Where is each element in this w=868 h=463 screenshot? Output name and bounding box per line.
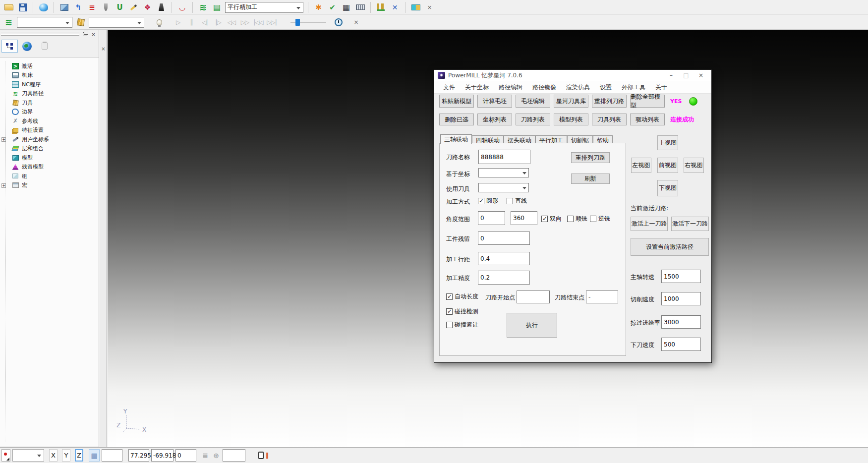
simulate-tool-icon[interactable]: ◡ <box>176 1 188 13</box>
angle-end-input[interactable]: 360 <box>511 211 537 225</box>
view-bottom-button[interactable]: 下视图 <box>657 180 678 196</box>
auto-length-checkbox[interactable] <box>446 293 453 300</box>
cutting-speed-input[interactable]: 1000 <box>661 292 701 305</box>
trash-button[interactable] <box>36 40 53 53</box>
climb-checkbox[interactable] <box>567 216 574 222</box>
tab-3axis[interactable]: 三轴联动 <box>440 134 472 144</box>
pattern-pencil-icon[interactable] <box>128 1 139 13</box>
tree-item-toolpath[interactable]: ≋刀具路径 <box>0 89 99 99</box>
delete-all-models-button[interactable]: 删除全部模型 <box>630 95 665 108</box>
tool-check-icon[interactable]: ✔ <box>327 1 338 13</box>
axis-z-button[interactable]: Z <box>75 449 83 462</box>
tool-holder-icon[interactable] <box>156 1 167 13</box>
circle-checkbox[interactable] <box>478 198 484 204</box>
menu-render-sim[interactable]: 渲染仿真 <box>561 82 595 92</box>
strategy-list-icon[interactable]: ▤ <box>211 1 223 13</box>
menu-path-mirror[interactable]: 路径镜像 <box>527 82 561 92</box>
skip-start-button[interactable]: |◁◁ <box>253 19 264 26</box>
ball-tool-icon[interactable] <box>100 1 112 13</box>
delete-selected-button[interactable]: 删除已选 <box>439 114 474 125</box>
axis-x-button[interactable]: X <box>49 449 58 462</box>
coord-z-input[interactable]: 0 <box>175 449 196 462</box>
tree-item-tools[interactable]: 刀具 <box>0 98 99 108</box>
use-tool-combo[interactable] <box>478 183 529 192</box>
view-right-button[interactable]: 右视图 <box>684 158 704 173</box>
draw-tool-button[interactable] <box>1 449 10 462</box>
tree-item-boundary[interactable]: 边界 <box>0 108 99 117</box>
tool-library-button[interactable]: 星河刀具库 <box>554 95 588 108</box>
toolbar-close-icon[interactable]: × <box>350 16 362 28</box>
slider-handle[interactable] <box>295 19 300 26</box>
expander-icon[interactable]: + <box>1 137 6 142</box>
cross-arrows-icon[interactable]: ✕ <box>389 1 401 13</box>
pause-button[interactable]: ‖ <box>186 19 197 26</box>
calculator-icon[interactable]: ▦ <box>341 1 352 13</box>
tolerance-input[interactable]: 0.2 <box>478 271 530 285</box>
collision-avoid-checkbox[interactable] <box>446 322 453 328</box>
set-active-path-button[interactable]: 设置当前激活路径 <box>631 238 709 256</box>
block-icon[interactable] <box>58 1 70 13</box>
rearrange-button[interactable]: 重排列刀路 <box>571 152 610 163</box>
toolpath-select-combo[interactable] <box>17 17 72 28</box>
collision-check-icon[interactable]: U <box>114 1 125 13</box>
tree-item-group[interactable]: 组 <box>0 172 99 181</box>
toolbar-close-icon[interactable]: × <box>424 1 435 13</box>
view-front-button[interactable]: 前视图 <box>657 158 678 173</box>
tolerance-status-input[interactable] <box>223 449 245 462</box>
status-combo[interactable] <box>12 449 44 462</box>
angle-start-input[interactable]: 0 <box>478 211 505 225</box>
base-coord-combo[interactable] <box>478 168 529 177</box>
clock-icon[interactable] <box>333 16 344 28</box>
tree-item-activate[interactable]: >激活 <box>0 61 99 71</box>
bidirectional-checkbox[interactable] <box>541 216 548 222</box>
strategy-combo[interactable]: 平行精加工 <box>225 2 303 13</box>
stepover-input[interactable]: 0.4 <box>478 252 530 265</box>
coord-list-button[interactable]: 坐标列表 <box>477 114 512 125</box>
view-top-button[interactable]: 上视图 <box>657 135 678 150</box>
tree-item-model[interactable]: 模型 <box>0 153 99 163</box>
circle-checkbox-row[interactable]: 圆形 <box>478 197 498 205</box>
splitter-close-icon[interactable]: × <box>100 46 107 53</box>
ruler-icon[interactable] <box>354 1 366 13</box>
grid-size-input[interactable] <box>102 449 122 462</box>
skip-end-button[interactable]: ▷▷| <box>266 19 277 26</box>
menu-about[interactable]: 关于 <box>650 82 672 92</box>
tree-item-macro[interactable]: +宏 <box>0 181 99 190</box>
model-boxes-icon[interactable] <box>410 1 421 13</box>
speed-slider[interactable] <box>290 17 326 27</box>
activate-prev-button[interactable]: 激活上一刀路 <box>631 217 668 231</box>
panel-splitter[interactable]: × <box>100 30 107 447</box>
close-panel-icon[interactable]: × <box>90 31 97 38</box>
tool-pins-icon[interactable] <box>375 1 387 13</box>
drive-list-button[interactable]: 驱动列表 <box>630 114 665 125</box>
expander-icon[interactable]: + <box>1 183 6 188</box>
tree-item-levels[interactable]: 层和组合 <box>0 144 99 154</box>
tool-star-icon[interactable]: ✱ <box>313 1 324 13</box>
step-forward-button[interactable]: |▷ <box>213 19 224 26</box>
tool-select-combo[interactable] <box>89 17 144 28</box>
rewind-button[interactable]: ◁◁ <box>226 19 237 26</box>
menu-coords[interactable]: 关于坐标 <box>460 82 494 92</box>
execute-button[interactable]: 执行 <box>507 313 557 338</box>
close-button[interactable]: × <box>694 71 707 80</box>
maximize-button[interactable]: □ <box>680 71 693 80</box>
save-icon[interactable] <box>17 1 28 13</box>
xyz-list-icon[interactable]: ≣ <box>201 452 210 460</box>
menu-file[interactable]: 文件 <box>438 82 460 92</box>
menu-settings[interactable]: 设置 <box>595 82 617 92</box>
toolpath-spring-icon[interactable]: ≋ <box>197 1 209 13</box>
spindle-speed-input[interactable]: 1500 <box>661 270 701 283</box>
device-icon[interactable] <box>258 452 264 459</box>
conventional-checkbox[interactable] <box>590 216 596 222</box>
rearrange-toolpath-button[interactable]: 重排列刀路 <box>592 95 627 108</box>
conventional-checkbox-row[interactable]: 逆铣 <box>590 215 610 223</box>
line-checkbox[interactable] <box>507 198 513 204</box>
collision-check-checkbox-row[interactable]: 碰撞检测 <box>446 307 478 316</box>
tree-item-pattern[interactable]: ✗参考线 <box>0 116 99 126</box>
paste-new-model-button[interactable]: 粘贴新模型 <box>439 95 474 108</box>
activate-next-button[interactable]: 激活下一刀路 <box>671 217 709 231</box>
float-panel-icon[interactable] <box>81 31 89 38</box>
stock-input[interactable]: 0 <box>478 232 530 245</box>
tree-item-stock-model[interactable]: 残留模型 <box>0 163 99 172</box>
stock-edit-button[interactable]: 毛坯编辑 <box>516 95 550 108</box>
